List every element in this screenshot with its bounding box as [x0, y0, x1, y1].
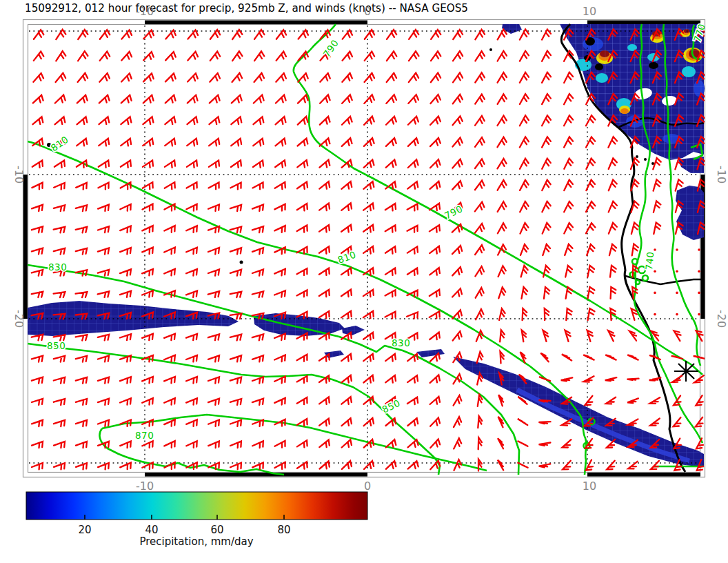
wind-barb [252, 355, 263, 362]
calm-wind-dot [676, 313, 678, 316]
wind-barb [364, 138, 374, 146]
wind-barb [54, 161, 65, 168]
wind-barb [588, 308, 595, 320]
wind-barb [476, 309, 483, 319]
wind-barb [120, 269, 131, 275]
wind-barb [297, 226, 307, 233]
wind-barb [120, 398, 131, 404]
wind-barb [543, 223, 551, 234]
wind-barb [586, 137, 595, 148]
wind-barb [475, 266, 483, 276]
wind-barb [252, 377, 263, 383]
wind-barb [32, 420, 43, 426]
wind-barb [98, 270, 109, 276]
wind-barb [520, 115, 529, 126]
wind-barb [475, 30, 485, 39]
wind-barb [98, 335, 109, 341]
island-dot [489, 48, 492, 51]
wind-barb [188, 52, 198, 61]
wind-barb [475, 159, 485, 168]
wind-barb [210, 117, 220, 124]
wind-barb [188, 73, 198, 81]
wind-barb [274, 269, 285, 276]
wind-barb [230, 420, 241, 426]
wind-barb [430, 418, 440, 426]
wind-barb [297, 355, 307, 362]
wind-barb [563, 461, 571, 469]
wind-barb [274, 204, 285, 211]
wind-barb [605, 377, 617, 381]
wind-barb [275, 182, 285, 189]
wind-barb [364, 461, 374, 469]
wind-barb [274, 334, 285, 340]
wind-barb [631, 308, 637, 319]
colorbar-gradient [26, 492, 367, 520]
wind-barb [341, 203, 352, 210]
island-dot [636, 155, 638, 158]
wind-barb [542, 180, 550, 190]
wind-barb [209, 182, 219, 189]
precip-offshore-patch [676, 186, 704, 240]
wind-barb [32, 335, 43, 340]
wind-barb [452, 224, 462, 233]
wind-barb [452, 310, 462, 318]
wind-barb [674, 417, 681, 426]
wind-barb [230, 335, 241, 341]
contour-label: 830 [392, 337, 410, 348]
wind-barb [231, 160, 241, 167]
wind-barb [386, 461, 396, 469]
wind-barb [230, 442, 241, 448]
wind-barb [33, 95, 43, 103]
wind-barb [33, 73, 43, 82]
wind-barb [32, 226, 43, 233]
wind-barb [564, 180, 573, 190]
wind-barb [210, 95, 220, 103]
wind-barb [342, 117, 352, 125]
wind-barb [543, 244, 550, 255]
wind-barb [186, 248, 197, 255]
wind-barb [632, 244, 638, 256]
wind-barb [76, 248, 87, 255]
wind-barb [363, 354, 374, 362]
wind-barb [342, 73, 352, 82]
wind-barb [254, 117, 264, 124]
wind-barb [452, 159, 462, 168]
wind-barb [542, 30, 551, 40]
wind-barb [523, 308, 527, 320]
wind-barb [142, 269, 153, 275]
wind-barb [319, 246, 330, 253]
wind-barb [188, 95, 198, 103]
wind-barb [364, 418, 374, 426]
wind-barb [297, 376, 307, 383]
wind-barb [431, 30, 441, 39]
wind-barb [56, 51, 65, 61]
frame-black-segment [145, 21, 367, 25]
wind-barb [254, 30, 264, 39]
wind-barb [164, 398, 175, 405]
wind-barb [520, 94, 529, 104]
wind-barb [520, 51, 529, 61]
wind-barb [501, 352, 504, 364]
wind-barb [252, 205, 263, 211]
wind-barb [609, 180, 617, 191]
wind-barb [408, 117, 418, 125]
wind-barb [99, 139, 109, 146]
frame-black-segment [23, 175, 28, 319]
wind-barb [520, 30, 529, 40]
wind-barb [76, 377, 87, 384]
wind-barb [99, 73, 110, 82]
wind-barb [542, 159, 551, 169]
wind-barb [142, 248, 153, 255]
contour-label: 810 [336, 248, 358, 265]
wind-barb [542, 94, 551, 104]
calm-wind-dot [654, 292, 656, 295]
wind-barb [408, 95, 418, 103]
wind-barb [429, 311, 440, 318]
wind-barb [341, 181, 352, 189]
wind-barb [320, 117, 330, 125]
wind-barb [34, 52, 44, 61]
wind-barb [320, 462, 330, 469]
wind-barb [32, 161, 43, 168]
wind-barb [56, 30, 65, 39]
wind-barb [520, 201, 528, 212]
